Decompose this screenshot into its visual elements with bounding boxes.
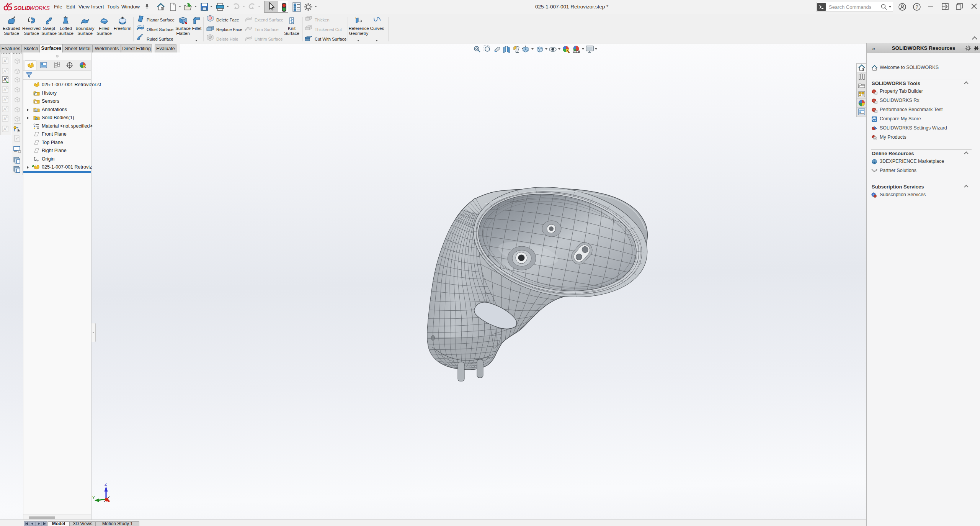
svg-text:Z: Z (105, 483, 107, 487)
svg-text:WORKS: WORKS (29, 5, 50, 11)
svg-text:?: ? (916, 4, 918, 10)
svg-text:A: A (35, 109, 37, 112)
svg-text:A: A (3, 127, 7, 131)
svg-text:A: A (3, 59, 7, 63)
svg-text:Y: Y (92, 495, 95, 500)
svg-text:A: A (3, 87, 7, 92)
svg-text:A: A (3, 107, 7, 111)
svg-text:A: A (3, 116, 7, 121)
svg-text:A: A (3, 69, 7, 74)
svg-text:A: A (3, 97, 7, 102)
svg-text:SOLID: SOLID (14, 5, 30, 11)
